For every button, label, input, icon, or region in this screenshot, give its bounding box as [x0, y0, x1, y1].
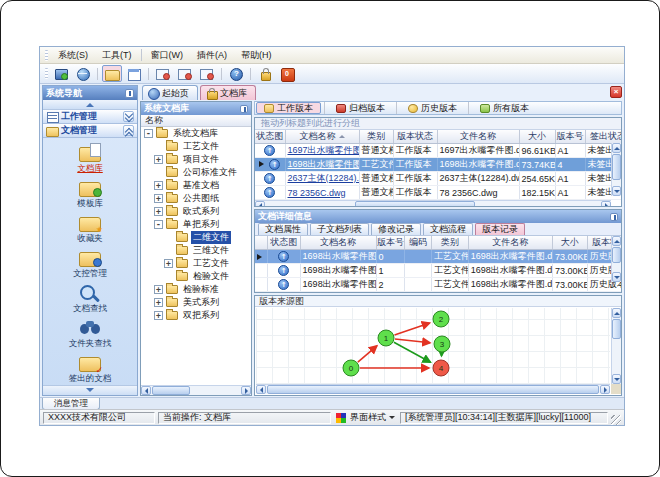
- detail-tab-3[interactable]: 修改记录: [371, 223, 421, 235]
- graph-horizontal-scrollbar[interactable]: [256, 384, 610, 394]
- tree-node-10[interactable]: 三维文件: [141, 244, 251, 257]
- scroll-down-icon[interactable]: [612, 272, 621, 282]
- column-header[interactable]: 文档名称: [300, 236, 376, 250]
- sidebar-group-2[interactable]: 文档管理: [43, 124, 137, 138]
- table-row[interactable]: ↑1698出水嘴零件图.dwg1工艺文件1698出水嘴零件图.dwg73.00K…: [255, 264, 622, 278]
- scroll-left-icon[interactable]: [255, 201, 265, 207]
- pin-icon[interactable]: [240, 105, 248, 113]
- scrollbar-thumb[interactable]: [612, 319, 621, 339]
- resize-grip[interactable]: [611, 415, 621, 425]
- scrollbar-thumb[interactable]: [152, 386, 190, 395]
- menu-item-2[interactable]: 工具(T): [95, 48, 139, 63]
- detail-tab-5[interactable]: 版本记录: [475, 223, 525, 235]
- expander-plus-icon[interactable]: +: [154, 194, 163, 203]
- column-header[interactable]: 类别: [431, 236, 468, 250]
- expander-minus-icon[interactable]: -: [154, 220, 163, 229]
- version-node-2[interactable]: 2: [433, 311, 449, 327]
- version-node-1[interactable]: 1: [378, 330, 394, 346]
- table-row[interactable]: ↑78 2356C.dwg普通文档工作版本78 2356C.dwg182.15K…: [255, 186, 622, 200]
- scroll-right-icon[interactable]: [600, 385, 610, 394]
- scroll-up-icon[interactable]: [612, 143, 621, 153]
- column-header[interactable]: 大小: [519, 130, 555, 144]
- tree-node-11[interactable]: +工艺文件: [141, 257, 251, 270]
- scrollbar-thumb[interactable]: [612, 247, 621, 263]
- table-row[interactable]: ↑1698出水嘴零件图.dwg2工艺文件1698出水嘴零件图.dwg73.00K…: [255, 278, 622, 292]
- globe-button[interactable]: [73, 65, 93, 82]
- archive-version-button[interactable]: 归档版本: [328, 102, 393, 114]
- monitor-button[interactable]: [51, 65, 71, 82]
- detail-tab-2[interactable]: 子文档列表: [310, 223, 369, 235]
- tree-node-8[interactable]: -单把系列: [141, 218, 251, 231]
- tree-node-7[interactable]: +欧式系列: [141, 205, 251, 218]
- expander-plus-icon[interactable]: +: [164, 259, 173, 268]
- column-header[interactable]: 文档名称: [285, 130, 359, 144]
- menu-item-1[interactable]: 系统(S): [51, 48, 95, 63]
- scrollbar-thumb[interactable]: [355, 201, 475, 207]
- tree-node-14[interactable]: +美式系列: [141, 296, 251, 309]
- doc-name-link[interactable]: 78 2356C.dwg: [288, 188, 346, 198]
- history-version-button[interactable]: 历史版本: [400, 102, 465, 114]
- tree-node-2[interactable]: 工艺文件: [141, 140, 251, 153]
- chevron-up-icon[interactable]: [123, 125, 134, 136]
- expander-plus-icon[interactable]: +: [154, 155, 163, 164]
- doc-name-cell[interactable]: 1697出水嘴零件图.dwg: [285, 144, 359, 158]
- column-header[interactable]: 文件名称: [437, 130, 519, 144]
- sidebar-item-1[interactable]: 文档库: [43, 143, 137, 175]
- table-row[interactable]: ↑1698出水嘴零件图.dwg0工艺文件1698出水嘴零件图.dwg73.00K…: [255, 250, 622, 264]
- graph-vertical-scrollbar[interactable]: [611, 308, 621, 384]
- scrollbar-thumb[interactable]: [267, 385, 599, 394]
- column-header[interactable]: 大小: [552, 236, 587, 250]
- doc-name-cell[interactable]: 2637主体(12284).dwg: [285, 172, 359, 186]
- document-table-vertical-scrollbar[interactable]: [611, 143, 621, 196]
- tree-node-9[interactable]: 二维文件: [141, 231, 251, 244]
- sidebar-item-2[interactable]: 模板库: [43, 178, 137, 210]
- tree-node-6[interactable]: +公共图纸: [141, 192, 251, 205]
- doc-name-link[interactable]: 1698出水嘴零件图.dwg: [288, 159, 360, 169]
- scrollbar-thumb[interactable]: [612, 154, 621, 180]
- version-node-3[interactable]: 3: [434, 336, 450, 352]
- version-table-horizontal-scrollbar[interactable]: [255, 292, 611, 293]
- scroll-right-icon[interactable]: [241, 386, 251, 395]
- all-version-button[interactable]: 所有版本: [472, 102, 537, 114]
- version-node-4[interactable]: 4: [433, 360, 449, 376]
- scroll-up-icon[interactable]: [612, 236, 621, 246]
- doc-name-cell[interactable]: 1698出水嘴零件图.dwg: [285, 158, 359, 172]
- version-node-0[interactable]: 0: [343, 360, 359, 376]
- interface-style-button[interactable]: 界面样式: [334, 411, 397, 424]
- tree-node-15[interactable]: +双把系列: [141, 309, 251, 322]
- version-table-vertical-scrollbar[interactable]: [611, 236, 621, 282]
- open-folder-button[interactable]: [102, 65, 122, 82]
- column-header[interactable]: 文件名称: [468, 236, 552, 250]
- help-button[interactable]: [226, 65, 246, 82]
- sidebar-scroll-down[interactable]: [43, 385, 137, 395]
- window-delete-button[interactable]: [197, 65, 217, 82]
- scroll-down-icon[interactable]: [612, 186, 621, 196]
- menu-item-5[interactable]: 帮助(H): [234, 48, 279, 63]
- close-icon[interactable]: ×: [610, 86, 622, 98]
- column-header[interactable]: 签出状态: [585, 130, 622, 144]
- sidebar-scroll-up[interactable]: [43, 100, 137, 110]
- column-header[interactable]: 编码: [405, 236, 432, 250]
- chevron-down-icon[interactable]: [123, 111, 134, 122]
- column-header[interactable]: 状态图: [255, 130, 285, 144]
- tree-node-12[interactable]: 检验文件: [141, 270, 251, 283]
- tree-node-5[interactable]: +基准文档: [141, 179, 251, 192]
- sidebar-item-6[interactable]: 文件夹查找: [43, 318, 137, 350]
- tree-node-13[interactable]: +检验标准: [141, 283, 251, 296]
- pin-icon[interactable]: [610, 213, 618, 221]
- expander-plus-icon[interactable]: +: [154, 181, 163, 190]
- sidebar-item-4[interactable]: 文控管理: [43, 248, 137, 280]
- column-header[interactable]: 状态图: [267, 236, 300, 250]
- scroll-down-icon[interactable]: [612, 374, 621, 384]
- tab-1[interactable]: 起始页: [142, 85, 198, 100]
- document-table-horizontal-scrollbar[interactable]: [255, 200, 611, 207]
- window-key-button[interactable]: [175, 65, 195, 82]
- sidebar-item-3[interactable]: 收藏夹: [43, 213, 137, 245]
- table-row[interactable]: ↑1698出水嘴零件图.dwg工艺文件工作版本1698出水嘴零件图.dwg73.…: [255, 158, 622, 172]
- expander-minus-icon[interactable]: -: [144, 129, 153, 138]
- expander-plus-icon[interactable]: +: [154, 298, 163, 307]
- tree-horizontal-scrollbar[interactable]: [141, 385, 251, 395]
- doc-name-link[interactable]: 1697出水嘴零件图.dwg: [288, 145, 360, 155]
- window-add-button[interactable]: [153, 65, 173, 82]
- expander-plus-icon[interactable]: +: [154, 207, 163, 216]
